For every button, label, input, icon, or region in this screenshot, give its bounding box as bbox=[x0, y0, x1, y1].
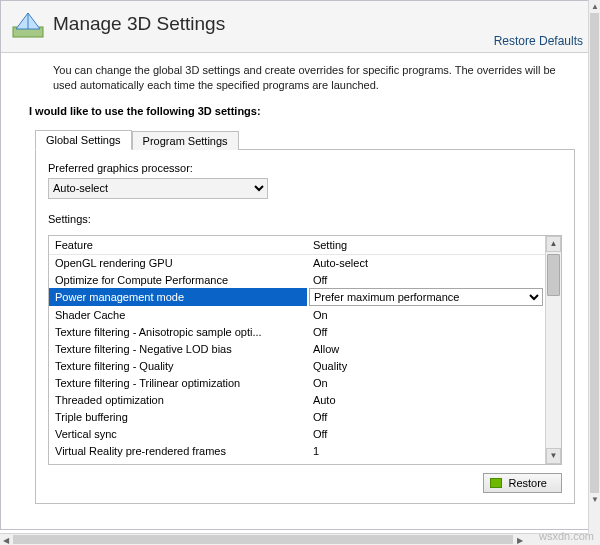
feature-cell[interactable]: Vertical sync bbox=[49, 425, 307, 442]
feature-cell[interactable]: Optimize for Compute Performance bbox=[49, 271, 307, 288]
feature-cell[interactable]: Virtual Reality pre-rendered frames bbox=[49, 442, 307, 459]
table-row[interactable]: Threaded optimizationAuto bbox=[49, 391, 545, 408]
tabs-container: Global Settings Program Settings Preferr… bbox=[35, 129, 575, 504]
table-row[interactable]: Texture filtering - Trilinear optimizati… bbox=[49, 374, 545, 391]
watermark: wsxdn.com bbox=[539, 530, 594, 542]
feature-cell[interactable]: Threaded optimization bbox=[49, 391, 307, 408]
table-row[interactable]: Texture filtering - Negative LOD biasAll… bbox=[49, 340, 545, 357]
preferred-processor-select[interactable]: Auto-select bbox=[48, 178, 268, 199]
value-cell[interactable]: Prefer maximum performance bbox=[307, 288, 545, 306]
scroll-down-icon[interactable]: ▼ bbox=[589, 494, 600, 506]
tab-global-settings[interactable]: Global Settings bbox=[35, 130, 132, 150]
scroll-up-icon[interactable]: ▲ bbox=[546, 236, 561, 252]
value-cell[interactable]: Off bbox=[307, 408, 545, 425]
feature-cell[interactable]: Triple buffering bbox=[49, 408, 307, 425]
scroll-track[interactable] bbox=[546, 252, 561, 448]
feature-cell[interactable]: Power management mode bbox=[49, 288, 307, 306]
restore-defaults-link[interactable]: Restore Defaults bbox=[494, 34, 583, 48]
table-row[interactable]: OpenGL rendering GPUAuto-select bbox=[49, 254, 545, 271]
v-scroll-thumb[interactable] bbox=[590, 13, 599, 493]
feature-cell[interactable]: Shader Cache bbox=[49, 306, 307, 323]
value-cell[interactable]: Allow bbox=[307, 340, 545, 357]
restore-button-label: Restore bbox=[508, 477, 547, 489]
scroll-right-icon[interactable]: ▶ bbox=[514, 534, 526, 545]
table-row[interactable]: Optimize for Compute PerformanceOff bbox=[49, 271, 545, 288]
value-cell[interactable]: 1 bbox=[307, 442, 545, 459]
table-row[interactable]: Virtual Reality pre-rendered frames1 bbox=[49, 442, 545, 459]
description-text: You can change the global 3D settings an… bbox=[1, 53, 595, 101]
scroll-thumb[interactable] bbox=[547, 254, 560, 296]
window-h-scrollbar[interactable]: ◀ ▶ bbox=[0, 533, 588, 545]
scroll-left-icon[interactable]: ◀ bbox=[0, 534, 12, 545]
table-row[interactable]: Shader CacheOn bbox=[49, 306, 545, 323]
preferred-processor-label: Preferred graphics processor: bbox=[48, 162, 562, 174]
settings-table-container: Feature Setting OpenGL rendering GPUAuto… bbox=[48, 235, 562, 465]
value-cell[interactable]: Off bbox=[307, 425, 545, 442]
feature-cell[interactable]: Texture filtering - Trilinear optimizati… bbox=[49, 374, 307, 391]
settings-table: Feature Setting OpenGL rendering GPUAuto… bbox=[49, 236, 545, 460]
table-row[interactable]: Power management modePrefer maximum perf… bbox=[49, 288, 545, 306]
app-icon bbox=[11, 7, 45, 41]
h-scroll-thumb[interactable] bbox=[13, 535, 513, 544]
tab-body-global: Preferred graphics processor: Auto-selec… bbox=[35, 150, 575, 504]
nvidia-icon bbox=[490, 478, 502, 488]
feature-cell[interactable]: Texture filtering - Anisotropic sample o… bbox=[49, 323, 307, 340]
value-cell[interactable]: Off bbox=[307, 323, 545, 340]
panel-header: Manage 3D Settings Restore Defaults bbox=[1, 1, 595, 53]
settings-label: Settings: bbox=[48, 213, 562, 225]
settings-panel: Manage 3D Settings Restore Defaults You … bbox=[0, 0, 596, 530]
page-title-text: Manage 3D Settings bbox=[53, 13, 225, 35]
feature-cell[interactable]: OpenGL rendering GPU bbox=[49, 254, 307, 271]
restore-button[interactable]: Restore bbox=[483, 473, 562, 493]
settings-scroll-area: Feature Setting OpenGL rendering GPUAuto… bbox=[49, 236, 545, 464]
table-row[interactable]: Vertical syncOff bbox=[49, 425, 545, 442]
table-header-row: Feature Setting bbox=[49, 236, 545, 255]
feature-cell[interactable]: Texture filtering - Quality bbox=[49, 357, 307, 374]
section-heading: I would like to use the following 3D set… bbox=[1, 101, 595, 123]
table-scrollbar[interactable]: ▲ ▼ bbox=[545, 236, 561, 464]
scroll-down-icon[interactable]: ▼ bbox=[546, 448, 561, 464]
tab-row: Global Settings Program Settings bbox=[35, 129, 575, 150]
tab-program-settings[interactable]: Program Settings bbox=[132, 131, 239, 150]
restore-row: Restore bbox=[48, 473, 562, 493]
scroll-up-icon[interactable]: ▲ bbox=[589, 0, 600, 12]
value-cell[interactable]: Quality bbox=[307, 357, 545, 374]
feature-cell[interactable]: Texture filtering - Negative LOD bias bbox=[49, 340, 307, 357]
setting-value-select[interactable]: Prefer maximum performance bbox=[309, 288, 543, 306]
table-row[interactable]: Texture filtering - QualityQuality bbox=[49, 357, 545, 374]
value-cell[interactable]: Auto bbox=[307, 391, 545, 408]
col-setting[interactable]: Setting bbox=[307, 236, 545, 255]
window-v-scrollbar[interactable]: ▲ ▼ bbox=[588, 0, 600, 533]
table-row[interactable]: Texture filtering - Anisotropic sample o… bbox=[49, 323, 545, 340]
value-cell[interactable]: On bbox=[307, 306, 545, 323]
col-feature[interactable]: Feature bbox=[49, 236, 307, 255]
value-cell[interactable]: Auto-select bbox=[307, 254, 545, 271]
value-cell[interactable]: On bbox=[307, 374, 545, 391]
table-row[interactable]: Triple bufferingOff bbox=[49, 408, 545, 425]
value-cell[interactable]: Off bbox=[307, 271, 545, 288]
